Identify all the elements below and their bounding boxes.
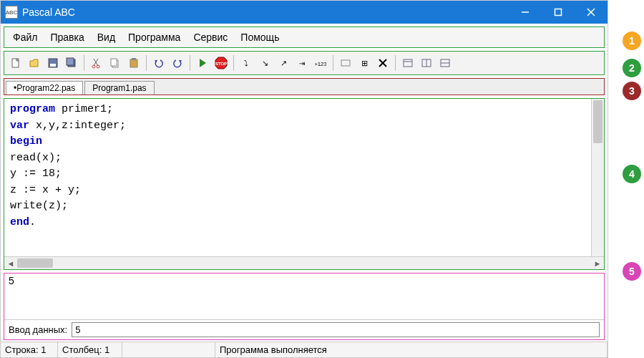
scroll-left-icon[interactable]: ◄: [4, 259, 17, 268]
window3-icon[interactable]: [436, 54, 454, 72]
menu-программа[interactable]: Программа: [122, 29, 186, 45]
delete-icon[interactable]: [374, 54, 391, 72]
menu-сервис[interactable]: Сервис: [187, 29, 233, 45]
titlebar: ABC Pascal ABC: [1, 1, 608, 24]
undo-icon[interactable]: [150, 54, 167, 72]
tabbar: •Program22.pasProgram1.pas: [4, 78, 605, 95]
statusbar: Строка: 1 Столбец: 1 Программа выполняет…: [1, 342, 608, 357]
svg-rect-1: [555, 9, 562, 16]
menu-файл[interactable]: Файл: [7, 29, 43, 45]
svg-rect-8: [67, 58, 74, 65]
annotation-badge-5: 5: [623, 262, 641, 281]
svg-text:⤵: ⤵: [244, 59, 248, 67]
new-file-icon[interactable]: [7, 54, 24, 72]
svg-text:⊞: ⊞: [361, 59, 368, 67]
step-over-icon[interactable]: ⤵: [238, 54, 255, 72]
horizontal-scrollbar[interactable]: ◄ ►: [4, 256, 604, 269]
vertical-scrollbar[interactable]: [591, 99, 604, 256]
annotation-badge-1: 1: [623, 32, 641, 50]
menu-правка[interactable]: Правка: [44, 29, 89, 45]
run-to-cursor-icon[interactable]: ⇥: [293, 54, 311, 72]
window1-icon[interactable]: [399, 54, 416, 72]
svg-rect-16: [132, 58, 136, 60]
cut-icon[interactable]: [88, 54, 105, 72]
step-out-icon[interactable]: ↗: [275, 54, 292, 72]
scroll-thumb[interactable]: [593, 100, 602, 143]
paste-icon[interactable]: [125, 54, 142, 72]
breakpoint-icon[interactable]: [337, 54, 354, 72]
svg-rect-14: [111, 59, 117, 66]
minimize-button[interactable]: [509, 1, 542, 24]
status-message: Программа выполняется: [215, 342, 608, 357]
status-line: Строка: 1: [1, 342, 58, 357]
redo-icon[interactable]: [169, 54, 186, 72]
scroll-thumb[interactable]: [17, 258, 53, 268]
input-label: Ввод данных:: [9, 324, 67, 335]
code-editor[interactable]: program primer1;var x,y,z:integer;beginr…: [4, 99, 591, 256]
svg-rect-6: [50, 64, 56, 67]
stop-icon[interactable]: STOP: [213, 54, 230, 72]
maximize-button[interactable]: [542, 1, 575, 24]
svg-rect-15: [130, 59, 137, 67]
scroll-right-icon[interactable]: ►: [591, 259, 604, 268]
app-icon: ABC: [5, 6, 18, 19]
output-text: 5: [4, 274, 604, 319]
output-panel: 5 Ввод данных: 5: [4, 273, 605, 340]
add-watch-icon[interactable]: >123: [312, 54, 329, 72]
status-spacer: [122, 342, 215, 357]
copy-icon[interactable]: [107, 54, 124, 72]
svg-rect-28: [404, 59, 412, 67]
status-column: Столбец: 1: [58, 342, 122, 357]
toggle-icon[interactable]: ⊞: [356, 54, 373, 72]
open-icon[interactable]: [26, 54, 43, 72]
save-all-icon[interactable]: [63, 54, 80, 72]
menu-вид[interactable]: Вид: [92, 29, 121, 45]
annotation-badges: 12345: [623, 26, 641, 281]
tab[interactable]: Program1.pas: [84, 81, 154, 95]
step-into-icon[interactable]: ↘: [256, 54, 273, 72]
editor-panel: program primer1;var x,y,z:integer;beginr…: [4, 98, 605, 270]
svg-text:>123: >123: [315, 61, 326, 67]
svg-text:↗: ↗: [280, 59, 287, 67]
window2-icon[interactable]: [418, 54, 435, 72]
close-button[interactable]: [575, 1, 608, 24]
svg-text:STOP: STOP: [215, 62, 227, 66]
window-title: Pascal ABC: [22, 6, 509, 18]
annotation-badge-4: 4: [623, 165, 641, 183]
toolbar: STOP⤵↘↗⇥>123⊞: [4, 51, 605, 75]
menu-помощь[interactable]: Помощь: [235, 29, 285, 45]
tab[interactable]: •Program22.pas: [6, 81, 83, 95]
menubar: ФайлПравкаВидПрограммаСервисПомощь: [4, 26, 605, 48]
annotation-badge-3: 3: [623, 82, 641, 100]
run-icon[interactable]: [194, 54, 211, 72]
annotation-badge-2: 2: [623, 59, 641, 77]
input-field[interactable]: 5: [72, 322, 600, 337]
svg-text:↘: ↘: [262, 59, 268, 67]
save-icon[interactable]: [44, 54, 62, 72]
svg-rect-24: [341, 60, 350, 66]
svg-text:⇥: ⇥: [299, 59, 305, 67]
